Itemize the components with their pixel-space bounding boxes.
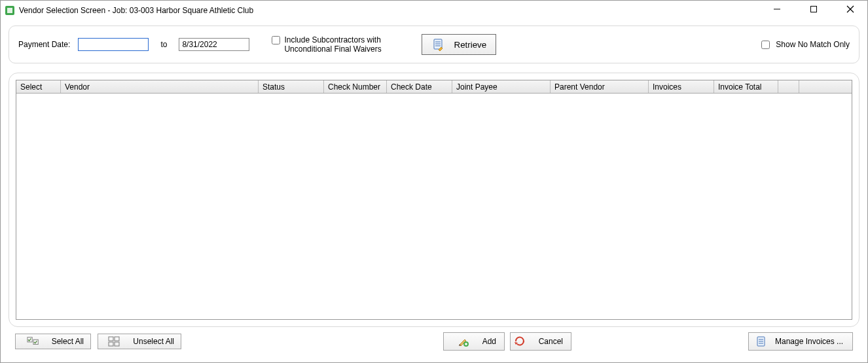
add-button[interactable]: Add bbox=[443, 332, 505, 351]
payment-date-to-input[interactable] bbox=[179, 38, 249, 51]
cancel-button[interactable]: Cancel bbox=[510, 332, 571, 351]
content-area: Payment Date: to Include Subcontractors … bbox=[1, 20, 867, 362]
col-select[interactable]: Select bbox=[16, 80, 61, 93]
filter-panel: Payment Date: to Include Subcontractors … bbox=[9, 26, 859, 63]
grid-body bbox=[16, 94, 852, 319]
footer-center: Add Cancel bbox=[443, 332, 571, 351]
col-status[interactable]: Status bbox=[259, 80, 324, 93]
grid-panel: Select Vendor Status Check Number Check … bbox=[9, 73, 859, 327]
vendor-grid[interactable]: Select Vendor Status Check Number Check … bbox=[16, 80, 852, 320]
footer: Select All Unselect All bbox=[9, 327, 859, 357]
retrieve-button[interactable]: Retrieve bbox=[422, 34, 496, 55]
include-subs-checkbox[interactable]: Include Subcontractors with Unconditiona… bbox=[272, 35, 395, 54]
svg-rect-1 bbox=[7, 8, 12, 13]
col-check-number[interactable]: Check Number bbox=[324, 80, 387, 93]
add-button-label: Add bbox=[482, 337, 496, 346]
window-title: Vendor Selection Screen - Job: 03-003 Ha… bbox=[19, 6, 253, 15]
col-spacer-1 bbox=[778, 80, 799, 93]
retrieve-button-label: Retrieve bbox=[454, 40, 487, 50]
app-icon bbox=[5, 5, 15, 16]
unselect-all-label: Unselect All bbox=[133, 337, 174, 346]
retrieve-icon bbox=[432, 38, 445, 51]
cancel-icon bbox=[514, 336, 526, 347]
col-invoice-total[interactable]: Invoice Total bbox=[714, 80, 778, 93]
minimize-button[interactable] bbox=[768, 5, 786, 15]
col-vendor[interactable]: Vendor bbox=[61, 80, 259, 93]
unselect-all-icon bbox=[108, 336, 121, 347]
footer-left: Select All Unselect All bbox=[15, 334, 181, 349]
col-joint-payee[interactable]: Joint Payee bbox=[452, 80, 551, 93]
manage-invoices-label: Manage Invoices ... bbox=[775, 337, 843, 346]
col-invoices[interactable]: Invoices bbox=[649, 80, 714, 93]
window: Vendor Selection Screen - Job: 03-003 Ha… bbox=[0, 0, 868, 363]
title-bar: Vendor Selection Screen - Job: 03-003 Ha… bbox=[1, 1, 867, 20]
cancel-button-label: Cancel bbox=[539, 337, 563, 346]
svg-rect-14 bbox=[109, 342, 113, 346]
show-no-match-checkbox[interactable]: Show No Match Only bbox=[759, 39, 850, 51]
footer-right: Manage Invoices ... bbox=[748, 332, 853, 351]
include-subs-label: Include Subcontractors with Unconditiona… bbox=[284, 35, 395, 54]
select-all-icon bbox=[27, 336, 40, 347]
payment-date-label: Payment Date: bbox=[18, 40, 70, 49]
col-parent-vendor[interactable]: Parent Vendor bbox=[551, 80, 649, 93]
manage-invoices-button[interactable]: Manage Invoices ... bbox=[748, 332, 853, 351]
svg-rect-13 bbox=[115, 337, 119, 341]
maximize-button[interactable] bbox=[805, 5, 823, 15]
show-no-match-checkbox-input[interactable] bbox=[761, 41, 770, 49]
svg-rect-15 bbox=[115, 342, 119, 346]
select-all-button[interactable]: Select All bbox=[15, 334, 91, 349]
select-all-label: Select All bbox=[52, 337, 84, 346]
include-subs-checkbox-input[interactable] bbox=[272, 36, 280, 44]
unselect-all-button[interactable]: Unselect All bbox=[98, 334, 181, 349]
svg-rect-3 bbox=[811, 7, 817, 12]
grid-header: Select Vendor Status Check Number Check … bbox=[16, 80, 852, 94]
to-label: to bbox=[160, 40, 167, 49]
window-controls bbox=[768, 5, 859, 15]
svg-rect-12 bbox=[109, 337, 113, 341]
show-no-match-label: Show No Match Only bbox=[776, 40, 850, 49]
manage-invoices-icon bbox=[755, 336, 767, 347]
col-check-date[interactable]: Check Date bbox=[387, 80, 452, 93]
col-spacer-2 bbox=[799, 80, 852, 93]
add-icon bbox=[458, 336, 469, 347]
close-button[interactable] bbox=[841, 5, 859, 15]
payment-date-from-input[interactable] bbox=[78, 38, 149, 51]
